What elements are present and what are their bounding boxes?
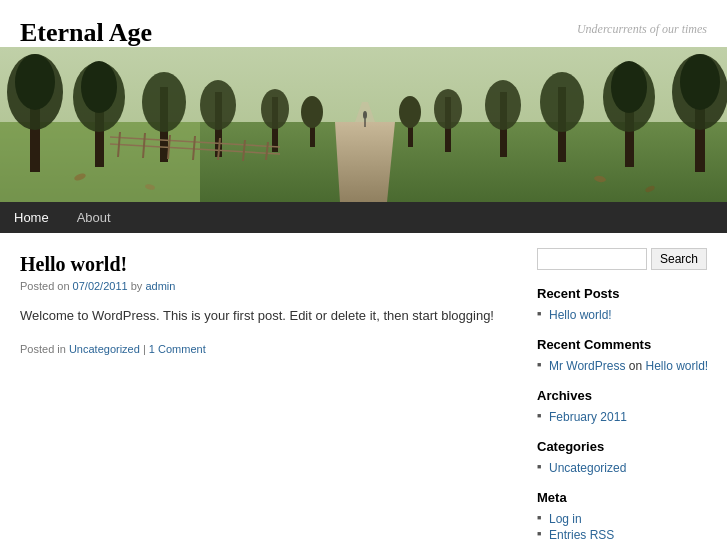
meta-entries-rss-link[interactable]: Entries RSS	[549, 528, 614, 542]
sidebar: Search Recent Posts Hello world! Recent …	[527, 233, 727, 545]
post-title: Hello world!	[20, 253, 507, 276]
footer-separator: |	[140, 343, 149, 355]
recent-posts-widget: Recent Posts Hello world!	[537, 286, 712, 323]
post-comments-link[interactable]: 1 Comment	[149, 343, 206, 355]
post-category[interactable]: Uncategorized	[69, 343, 140, 355]
svg-point-24	[611, 61, 647, 113]
content-area: Hello world! Posted on 07/02/2011 by adm…	[0, 233, 727, 545]
categories-widget: Categories Uncategorized	[537, 439, 712, 476]
main-nav: Home About	[0, 202, 727, 233]
svg-point-7	[15, 54, 55, 110]
meta-heading: Meta	[537, 490, 712, 505]
nav-link-home[interactable]: Home	[0, 202, 63, 233]
category-link[interactable]: Uncategorized	[549, 461, 626, 475]
svg-point-16	[261, 89, 289, 129]
by-label: by	[128, 280, 146, 292]
list-item: Entries RSS	[537, 527, 712, 543]
meta-widget: Meta Log in Entries RSS Comments RSS Wor…	[537, 490, 712, 545]
recent-comments-widget: Recent Comments Mr WordPress on Hello wo…	[537, 337, 712, 374]
post-body: Welcome to WordPress. This is your first…	[20, 306, 507, 327]
posted-on-label: Posted on	[20, 280, 73, 292]
svg-marker-3	[335, 122, 395, 202]
svg-point-21	[680, 54, 720, 110]
svg-point-42	[363, 111, 367, 119]
recent-posts-heading: Recent Posts	[537, 286, 712, 301]
archives-widget: Archives February 2011	[537, 388, 712, 425]
list-item: Uncategorized	[537, 460, 712, 476]
post-meta: Posted on 07/02/2011 by admin	[20, 280, 507, 292]
list-item: Mr WordPress on Hello world!	[537, 358, 712, 374]
commenter-link[interactable]: Mr WordPress	[549, 359, 625, 373]
archive-link[interactable]: February 2011	[549, 410, 627, 424]
nav-item-about[interactable]: About	[63, 202, 125, 233]
recent-comments-heading: Recent Comments	[537, 337, 712, 352]
svg-point-12	[142, 72, 186, 132]
list-item: Log in	[537, 511, 712, 527]
svg-point-14	[200, 80, 236, 130]
search-input[interactable]	[537, 248, 647, 270]
post: Hello world! Posted on 07/02/2011 by adm…	[20, 253, 507, 355]
site-title: Eternal Age	[20, 18, 152, 47]
svg-point-10	[81, 61, 117, 113]
svg-point-18	[301, 96, 323, 128]
list-item: February 2011	[537, 409, 712, 425]
svg-point-30	[434, 89, 462, 129]
commented-post-link[interactable]: Hello world!	[645, 359, 708, 373]
banner-image	[0, 47, 727, 202]
archives-heading: Archives	[537, 388, 712, 403]
search-widget: Search	[537, 248, 712, 270]
nav-item-home[interactable]: Home	[0, 202, 63, 233]
svg-point-26	[540, 72, 584, 132]
recent-post-link[interactable]: Hello world!	[549, 308, 612, 322]
post-footer: Posted in Uncategorized | 1 Comment	[20, 343, 507, 355]
main-content: Hello world! Posted on 07/02/2011 by adm…	[0, 233, 527, 545]
search-button[interactable]: Search	[651, 248, 707, 270]
meta-login-link[interactable]: Log in	[549, 512, 582, 526]
comment-on-label: on	[625, 359, 645, 373]
svg-point-32	[399, 96, 421, 128]
site-header: Eternal Age Undercurrents of our times	[0, 0, 727, 47]
post-author[interactable]: admin	[145, 280, 175, 292]
list-item: Hello world!	[537, 307, 712, 323]
posted-in-label: Posted in	[20, 343, 69, 355]
svg-point-28	[485, 80, 521, 130]
categories-heading: Categories	[537, 439, 712, 454]
post-date[interactable]: 07/02/2011	[73, 280, 128, 292]
nav-link-about[interactable]: About	[63, 202, 125, 233]
